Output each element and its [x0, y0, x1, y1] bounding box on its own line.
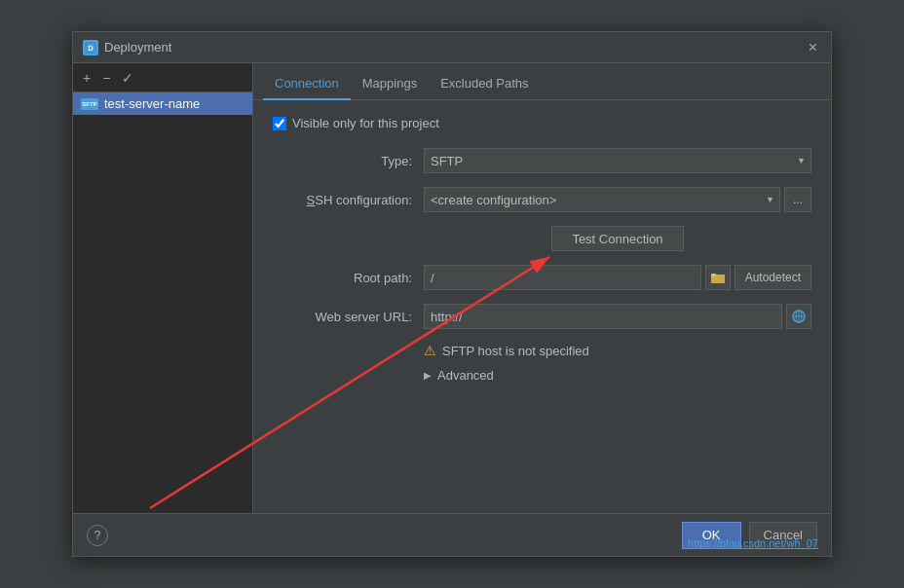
root-path-group: Autodetect: [424, 265, 811, 290]
title-bar-left: D Deployment: [83, 40, 171, 55]
dialog-footer: ? OK Cancel: [73, 513, 831, 556]
deployment-dialog: D Deployment × + − ✓ SFTP: [72, 31, 832, 557]
type-row: Type: SFTP: [273, 148, 811, 173]
sidebar-toolbar: + − ✓: [73, 63, 252, 92]
advanced-row[interactable]: ▶ Advanced: [273, 368, 811, 383]
test-connection-button[interactable]: Test Connection: [551, 226, 683, 251]
advanced-expand-icon: ▶: [424, 370, 432, 381]
remove-server-button[interactable]: −: [98, 68, 114, 88]
visible-checkbox[interactable]: [273, 117, 286, 130]
tabs: Connection Mappings Excluded Paths: [253, 63, 831, 100]
advanced-label: Advanced: [437, 368, 494, 383]
warning-icon: ⚠: [424, 343, 436, 358]
ssh-config-group: <create configuration> ...: [424, 187, 811, 212]
root-path-input[interactable]: [424, 265, 701, 290]
apply-server-button[interactable]: ✓: [118, 68, 137, 88]
svg-rect-4: [711, 274, 716, 276]
sftp-icon: SFTP: [81, 98, 98, 110]
dialog-body: + − ✓ SFTP test-server-name C: [73, 63, 831, 513]
close-button[interactable]: ×: [805, 38, 821, 57]
sidebar-items: SFTP test-server-name: [73, 92, 252, 513]
tab-excluded-paths[interactable]: Excluded Paths: [429, 70, 540, 100]
test-connection-row: Test Connection: [273, 226, 811, 251]
ssh-config-select-wrapper: <create configuration>: [424, 187, 780, 212]
ssh-config-select[interactable]: <create configuration>: [424, 187, 780, 212]
visible-checkbox-label[interactable]: Visible only for this project: [292, 116, 439, 130]
web-server-url-row: Web server URL:: [273, 304, 811, 329]
type-select[interactable]: SFTP: [424, 148, 811, 173]
dialog-title: Deployment: [104, 40, 171, 55]
type-select-wrapper: SFTP: [424, 148, 811, 173]
root-path-label: Root path:: [273, 271, 424, 285]
form-area: Visible only for this project Type: SFTP: [253, 100, 831, 513]
root-path-row: Root path: Autodetect: [273, 265, 811, 290]
warning-row: ⚠ SFTP host is not specified: [273, 343, 811, 358]
root-path-folder-button[interactable]: [705, 265, 731, 290]
help-button[interactable]: ?: [87, 525, 108, 546]
tab-connection[interactable]: Connection: [263, 70, 351, 100]
web-server-url-label: Web server URL:: [273, 310, 424, 324]
footer-left: ?: [87, 525, 108, 546]
tab-mappings[interactable]: Mappings: [351, 70, 429, 100]
open-url-button[interactable]: [786, 304, 811, 329]
web-server-url-input[interactable]: [424, 304, 782, 329]
content-area: Connection Mappings Excluded Paths Visib…: [253, 63, 831, 513]
add-server-button[interactable]: +: [79, 68, 94, 88]
server-name-label: test-server-name: [104, 96, 200, 111]
ssh-config-dots-button[interactable]: ...: [784, 187, 811, 212]
deployment-icon: D: [83, 40, 98, 55]
footer-right: OK Cancel: [682, 522, 817, 549]
sidebar: + − ✓ SFTP test-server-name: [73, 63, 253, 513]
ssh-config-row: SSH configuration: <create configuration…: [273, 187, 811, 212]
server-list-item[interactable]: SFTP test-server-name: [73, 92, 252, 115]
web-url-group: [424, 304, 811, 329]
visible-checkbox-row: Visible only for this project: [273, 116, 811, 130]
type-label: Type:: [273, 154, 424, 168]
cancel-button[interactable]: Cancel: [749, 522, 817, 549]
title-bar: D Deployment ×: [73, 32, 831, 63]
ok-button[interactable]: OK: [682, 522, 741, 549]
svg-text:D: D: [88, 45, 93, 52]
warning-text: SFTP host is not specified: [442, 344, 589, 358]
type-control-group: SFTP: [424, 148, 811, 173]
autodetect-button[interactable]: Autodetect: [734, 265, 811, 290]
ssh-config-label: SSH configuration:: [273, 193, 424, 207]
